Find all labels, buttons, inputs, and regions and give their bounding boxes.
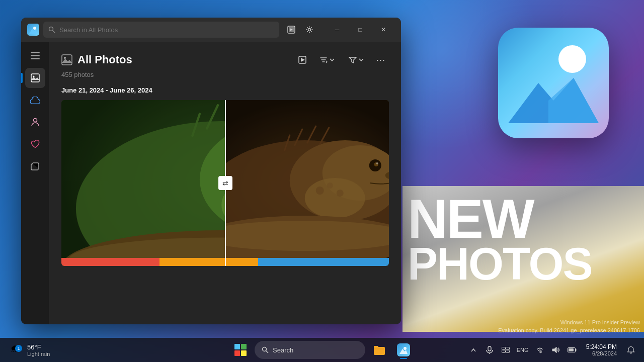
- sidebar-item-shared[interactable]: [25, 112, 45, 132]
- photos-icon-background: [498, 28, 609, 138]
- clock-widget[interactable]: 5:24:04 PM 6/28/2024: [583, 342, 620, 357]
- photos-icon-mountain: [508, 73, 599, 123]
- chevron-up-icon: [471, 348, 476, 352]
- wifi-icon: [536, 346, 544, 353]
- svg-point-4: [49, 27, 53, 31]
- tray-battery[interactable]: [565, 343, 579, 357]
- tray-volume[interactable]: [549, 343, 563, 357]
- taskbar: 🌧 1 56°F Light rain Searc: [0, 338, 644, 362]
- title-bar-actions: [283, 22, 317, 38]
- app-icon-small: [27, 24, 39, 36]
- sort-button[interactable]: [314, 52, 340, 68]
- sidebar-item-photos[interactable]: [25, 68, 45, 88]
- start-button[interactable]: [230, 340, 251, 360]
- windows-logo: [234, 344, 247, 356]
- watermark: Windows 11 Pro Insider Preview Evaluatio…: [498, 319, 640, 334]
- maximize-button[interactable]: □: [349, 22, 372, 38]
- title-bar: ─ □ ✕: [21, 18, 401, 42]
- tray-chevron[interactable]: [466, 343, 480, 357]
- hamburger-icon: [31, 52, 40, 59]
- logo-q1: [234, 344, 240, 349]
- svg-point-9: [308, 29, 311, 31]
- logo-q2: [241, 344, 247, 349]
- svg-marker-15: [31, 77, 39, 80]
- svg-marker-1: [548, 78, 599, 123]
- photo-right: [225, 100, 389, 266]
- logo-q3: [234, 350, 240, 356]
- photo-count: 455 photos: [61, 71, 389, 78]
- page-title: All Photos: [77, 53, 132, 66]
- svg-point-59: [404, 347, 407, 350]
- svg-rect-69: [575, 349, 576, 351]
- sidebar-item-favorites[interactable]: [25, 134, 45, 154]
- settings-icon: [305, 26, 313, 34]
- logo-q4: [241, 350, 247, 356]
- settings-button[interactable]: [301, 22, 317, 38]
- photo-comparison[interactable]: ⇄: [61, 100, 389, 266]
- tray-taskview[interactable]: [499, 343, 513, 357]
- new-text: NEW: [408, 191, 534, 246]
- sidebar-item-menu[interactable]: [25, 46, 45, 66]
- search-bar[interactable]: [43, 22, 279, 38]
- photos-window: ─ □ ✕: [21, 18, 401, 324]
- taskbar-search-text: Search: [273, 346, 293, 354]
- sidebar-item-cloud[interactable]: [25, 90, 45, 110]
- svg-marker-20: [62, 59, 72, 63]
- svg-rect-54: [225, 100, 389, 266]
- svg-line-5: [53, 31, 55, 33]
- taskbar-search-icon: [262, 346, 269, 353]
- photos-icon: [31, 73, 40, 82]
- page-actions: ···: [294, 52, 389, 68]
- clock-time: 5:24:04 PM: [586, 343, 617, 350]
- weather-badge: 1: [15, 345, 22, 352]
- tray-language[interactable]: ENG: [515, 343, 531, 357]
- svg-rect-57: [374, 347, 385, 355]
- window-body: All Photos: [21, 42, 401, 324]
- battery-icon: [568, 347, 577, 353]
- close-button[interactable]: ✕: [372, 22, 395, 38]
- search-icon: [48, 26, 55, 33]
- minimize-button[interactable]: ─: [326, 22, 349, 38]
- tray-wifi[interactable]: [533, 343, 547, 357]
- system-tray: ENG: [466, 343, 579, 357]
- volume-icon: [552, 346, 560, 353]
- play-slideshow-button[interactable]: [294, 52, 310, 68]
- weather-icon: 🌧 1: [10, 343, 24, 357]
- search-input[interactable]: [59, 26, 274, 34]
- slideshow-icon: [287, 26, 295, 34]
- svg-rect-61: [488, 346, 491, 351]
- svg-rect-63: [502, 347, 505, 350]
- comparison-handle[interactable]: ⇄: [218, 176, 232, 190]
- svg-point-19: [64, 57, 66, 59]
- heart-icon: [31, 140, 40, 148]
- svg-rect-12: [31, 58, 40, 59]
- more-options-button[interactable]: ···: [373, 52, 389, 68]
- filter-button[interactable]: [344, 52, 369, 68]
- taskbar-file-explorer[interactable]: [369, 340, 389, 360]
- watermark-line2: Evaluation copy. Build 26241.ge_prerelea…: [498, 327, 640, 334]
- sidebar-item-albums[interactable]: [25, 156, 45, 176]
- weather-temp: 56°F: [27, 343, 50, 351]
- photos-icon-sun: [558, 45, 586, 73]
- tray-microphone[interactable]: [482, 343, 497, 357]
- taskbar-search[interactable]: Search: [255, 341, 365, 359]
- cloud-icon: [30, 97, 40, 104]
- filter-icon: [349, 56, 357, 64]
- svg-line-56: [266, 351, 269, 353]
- file-explorer-icon: [373, 344, 385, 355]
- watermark-line1: Windows 11 Pro Insider Preview: [498, 319, 640, 326]
- albums-icon: [31, 162, 40, 170]
- play-icon: [298, 56, 306, 64]
- taskview-icon: [502, 347, 510, 353]
- slideshow-button[interactable]: [283, 22, 299, 38]
- new-photos-promotion: NEW PHOTOS: [403, 186, 644, 332]
- page-header: All Photos: [61, 52, 389, 68]
- weather-widget[interactable]: 🌧 1 56°F Light rain: [6, 341, 54, 359]
- svg-rect-10: [31, 52, 40, 53]
- svg-point-2: [33, 27, 36, 30]
- taskbar-photos-app[interactable]: [393, 340, 414, 360]
- notification-button[interactable]: [624, 343, 638, 357]
- shared-icon: [31, 118, 40, 127]
- taskbar-photos-icon: [397, 343, 410, 356]
- svg-rect-66: [506, 350, 509, 353]
